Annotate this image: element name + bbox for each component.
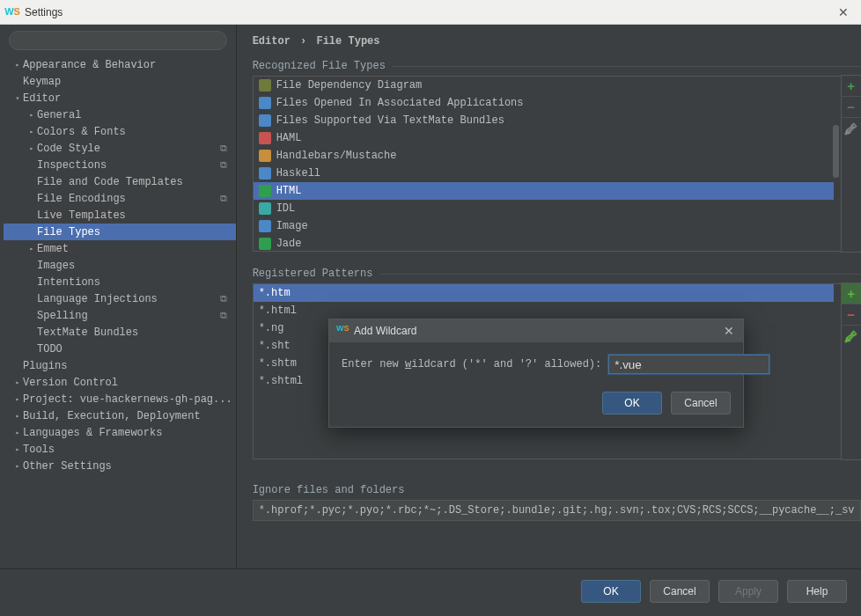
apply-button[interactable]: Apply — [718, 580, 778, 603]
tree-item[interactable]: Other Settings — [4, 458, 236, 474]
file-type-row[interactable]: Files Supported Via TextMate Bundles — [254, 112, 834, 129]
tree-arrow-icon[interactable] — [12, 429, 23, 436]
tree-item-label: Images — [37, 260, 232, 272]
settings-tree[interactable]: Appearance & BehaviorKeymapEditorGeneral… — [0, 56, 236, 565]
tree-item[interactable]: Colors & Fonts — [4, 123, 236, 140]
tree-arrow-icon[interactable] — [26, 111, 37, 119]
file-types-remove-button[interactable]: − — [842, 97, 861, 118]
file-type-row[interactable]: HTML — [254, 182, 834, 200]
patterns-edit-button[interactable]: 🖉 — [842, 326, 861, 347]
tree-item-label: Colors & Fonts — [37, 126, 232, 138]
add-wildcard-dialog: WS Add Wildcard ✕ Enter new wildcard ('*… — [328, 319, 744, 428]
tree-item[interactable]: Version Control — [4, 374, 236, 391]
tree-item-label: File Types — [37, 226, 232, 238]
per-project-icon: ⧉ — [220, 160, 232, 171]
tree-item-label: TODO — [37, 343, 232, 356]
pattern-row[interactable]: *.htm — [254, 284, 834, 302]
tree-item[interactable]: Spelling⧉ — [4, 307, 236, 324]
tree-item-label: Version Control — [23, 377, 232, 389]
settings-sidebar: 🔍 Appearance & BehaviorKeymapEditorGener… — [0, 25, 237, 568]
tree-item[interactable]: File Types — [4, 224, 236, 240]
tree-item-label: Inspections — [37, 159, 220, 172]
dialog-cancel-button[interactable]: Cancel — [671, 392, 731, 414]
file-type-label: Files Supported Via TextMate Bundles — [276, 114, 504, 127]
tree-item[interactable]: TODO — [4, 341, 236, 357]
file-type-row[interactable]: IDL — [254, 200, 834, 217]
file-type-row[interactable]: Handlebars/Mustache — [254, 147, 834, 165]
scrollbar-thumb[interactable] — [833, 125, 839, 178]
tree-item[interactable]: Plugins — [4, 357, 236, 374]
tree-item[interactable]: Live Templates — [4, 207, 236, 224]
patterns-add-button[interactable]: + — [842, 283, 861, 304]
file-type-icon — [259, 220, 271, 232]
file-types-add-button[interactable]: + — [842, 76, 861, 97]
tree-item-label: Languages & Frameworks — [23, 427, 232, 439]
help-button[interactable]: Help — [787, 580, 847, 603]
ignore-input[interactable]: *.hprof;*.pyc;*.pyo;*.rbc;*~;.DS_Store;.… — [253, 500, 861, 521]
file-types-listbox[interactable]: File Dependency DiagramFiles Opened In A… — [253, 76, 861, 252]
tree-item-label: Emmet — [37, 243, 232, 255]
file-type-row[interactable]: Jade — [254, 235, 834, 252]
file-type-label: Image — [276, 220, 308, 232]
tree-item-label: Plugins — [23, 360, 232, 372]
tree-item[interactable]: File Encodings⧉ — [4, 190, 236, 207]
window-close-icon[interactable]: ✕ — [831, 5, 856, 19]
dialog-close-icon[interactable]: ✕ — [722, 324, 736, 338]
tree-item[interactable]: Project: vue-hackernews-gh-pag... — [4, 391, 236, 407]
tree-arrow-icon[interactable] — [26, 245, 37, 253]
tree-arrow-icon[interactable] — [26, 144, 37, 152]
pattern-label: *.shtm — [259, 357, 297, 370]
tree-arrow-icon[interactable] — [12, 378, 23, 386]
tree-arrow-icon[interactable] — [12, 462, 23, 470]
tree-arrow-icon[interactable] — [26, 128, 37, 136]
cancel-button[interactable]: Cancel — [650, 580, 710, 603]
tree-item[interactable]: General — [4, 106, 236, 123]
file-type-row[interactable]: HAML — [254, 129, 834, 147]
tree-arrow-icon[interactable] — [12, 445, 23, 453]
file-type-icon — [259, 185, 271, 197]
tree-item[interactable]: Images — [4, 257, 236, 274]
breadcrumb-editor: Editor — [253, 35, 291, 48]
tree-item[interactable]: Languages & Frameworks — [4, 424, 236, 441]
tree-arrow-icon[interactable] — [12, 395, 23, 403]
dialog-ok-button[interactable]: OK — [602, 392, 662, 414]
file-type-row[interactable]: Haskell — [254, 165, 834, 182]
tree-item[interactable]: Emmet — [4, 240, 236, 257]
tree-item[interactable]: Code Style⧉ — [4, 140, 236, 157]
file-type-row[interactable]: Image — [254, 217, 834, 235]
ok-button[interactable]: OK — [581, 580, 641, 603]
tree-arrow-icon[interactable] — [12, 412, 23, 420]
file-type-icon — [259, 150, 271, 162]
file-type-row[interactable]: Files Opened In Associated Applications — [254, 94, 834, 112]
file-types-edit-button[interactable]: 🖉 — [842, 118, 861, 139]
tree-item[interactable]: Language Injections⧉ — [4, 290, 236, 307]
file-type-label: Files Opened In Associated Applications — [276, 97, 524, 109]
per-project-icon: ⧉ — [220, 143, 232, 154]
window-titlebar: WS Settings ✕ — [0, 0, 861, 25]
tree-item[interactable]: Editor — [4, 90, 236, 106]
tree-arrow-icon[interactable] — [12, 94, 23, 102]
tree-item[interactable]: Intentions — [4, 274, 236, 290]
wildcard-prompt-pre: Enter new — [342, 358, 405, 370]
tree-item[interactable]: File and Code Templates — [4, 173, 236, 190]
file-type-icon — [259, 238, 271, 250]
tree-item-label: Editor — [23, 92, 232, 105]
wildcard-input[interactable] — [608, 355, 769, 374]
patterns-remove-button[interactable]: − — [842, 304, 861, 326]
app-icon: WS — [5, 5, 19, 19]
file-type-row[interactable]: File Dependency Diagram — [254, 77, 834, 94]
settings-search-input[interactable] — [9, 31, 227, 50]
tree-arrow-icon[interactable] — [12, 61, 23, 69]
tree-item[interactable]: Tools — [4, 441, 236, 458]
tree-item-label: Spelling — [37, 310, 220, 322]
file-type-icon — [259, 79, 271, 92]
tree-item[interactable]: Keymap — [4, 73, 236, 90]
tree-item[interactable]: TextMate Bundles — [4, 324, 236, 341]
file-type-label: Haskell — [276, 167, 320, 180]
pattern-row[interactable]: *.html — [254, 302, 834, 319]
file-types-toolbar: + − 🖉 — [841, 75, 861, 253]
tree-item[interactable]: Build, Execution, Deployment — [4, 407, 236, 424]
tree-item[interactable]: Appearance & Behavior — [4, 56, 236, 73]
tree-item[interactable]: Inspections⧉ — [4, 157, 236, 173]
pattern-label: *.html — [259, 304, 297, 317]
